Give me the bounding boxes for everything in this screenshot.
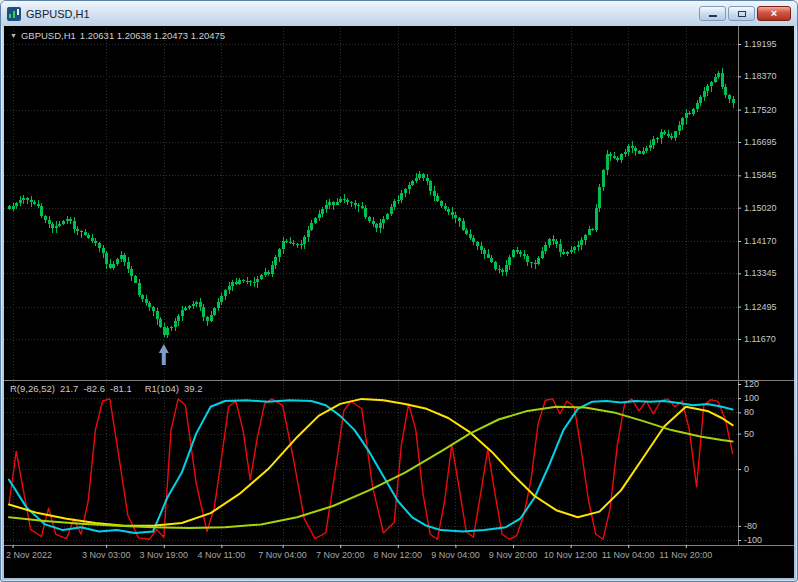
indicator-axis-label: 50	[744, 429, 754, 439]
candle-body	[400, 193, 403, 200]
candle-body	[285, 241, 288, 242]
candle-body	[462, 221, 465, 230]
candle-body	[69, 219, 72, 221]
candle-body	[433, 191, 436, 196]
candle-body	[634, 148, 637, 151]
candle-body	[62, 221, 65, 223]
candle-body	[544, 245, 547, 251]
candle-body	[202, 307, 205, 317]
candle-body	[415, 178, 418, 182]
candle-body	[411, 181, 414, 185]
candle-body	[566, 252, 569, 254]
candle-body	[274, 257, 277, 265]
close-button[interactable]: ×	[757, 6, 791, 21]
candle-body	[386, 214, 389, 219]
candle-body	[465, 230, 468, 234]
candle-body	[314, 218, 317, 223]
candle-body	[231, 282, 234, 286]
candle-body	[134, 276, 137, 283]
candle-body	[325, 205, 328, 210]
candle-body	[548, 239, 551, 245]
candle-body	[109, 264, 112, 269]
indicator2-value: 39.2	[184, 383, 203, 394]
symbol-dropdown-icon[interactable]: ▼	[10, 32, 17, 39]
candle-body	[145, 299, 148, 303]
candle-body	[282, 241, 285, 249]
indicator-name: R(9,26,52)	[10, 383, 55, 394]
candle-body	[537, 258, 540, 264]
price-axis-label: 1.12495	[744, 302, 777, 312]
arrow-annotation[interactable]	[159, 344, 169, 365]
candle-body	[357, 205, 360, 207]
candle-body	[516, 250, 519, 252]
candle-body	[444, 206, 447, 209]
candle-body	[501, 270, 504, 272]
indicator-axis-label: -80	[744, 521, 757, 531]
restore-button[interactable]	[728, 6, 755, 21]
symbol-ohlc-label: ▼ GBPUSD,H1 1.20631 1.20638 1.20473 1.20…	[10, 30, 225, 41]
candle-body	[660, 132, 663, 138]
candle-body	[102, 248, 105, 253]
candle-body	[505, 265, 508, 272]
candle-body	[76, 229, 79, 231]
candle-body	[127, 262, 130, 269]
candle-body	[246, 281, 249, 282]
restore-icon	[738, 11, 746, 17]
candle-body	[530, 262, 533, 263]
indicator-value-1: 21.7	[60, 383, 79, 394]
candle-body	[249, 281, 252, 282]
candle-body	[253, 282, 256, 283]
candle-body	[667, 134, 670, 136]
candle-body	[559, 244, 562, 252]
candle-body	[73, 221, 76, 229]
candle-body	[498, 269, 501, 271]
candle-body	[422, 174, 425, 178]
candle-body	[220, 296, 223, 302]
chart-canvas[interactable]: 1.191951.183701.175201.166951.158451.150…	[4, 26, 794, 578]
candle-body	[260, 275, 263, 279]
candle-body	[429, 181, 432, 190]
candle-body	[256, 279, 259, 283]
chart-client-area: 1.191951.183701.175201.166951.158451.150…	[4, 26, 794, 578]
candle-body	[296, 244, 299, 245]
candle-body	[368, 217, 371, 221]
candle-body	[699, 97, 702, 103]
indicator-axis-label: 80	[744, 407, 754, 417]
candle-body	[602, 170, 605, 187]
window-titlebar[interactable]: GBPUSD,H1 ×	[1, 1, 797, 26]
candle-body	[303, 237, 306, 244]
candle-body	[264, 272, 267, 276]
candle-body	[526, 256, 529, 262]
candle-body	[523, 254, 526, 256]
time-axis-label: 11 Nov 04:00	[602, 550, 655, 560]
candle-body	[174, 321, 177, 327]
candle-body	[289, 242, 292, 243]
candle-body	[300, 244, 303, 245]
candle-body	[199, 302, 202, 306]
time-axis-label: 10 Nov 12:00	[544, 550, 598, 560]
candle-body	[343, 199, 346, 201]
price-axis-label: 1.13345	[744, 268, 777, 278]
candle-body	[645, 148, 648, 151]
minimize-button[interactable]	[699, 6, 726, 21]
candle-body	[732, 99, 735, 103]
candle-body	[12, 206, 15, 209]
candle-body	[649, 145, 652, 148]
minimize-icon	[709, 15, 717, 17]
candle-body	[307, 230, 310, 237]
candle-body	[710, 82, 713, 87]
candle-body	[458, 218, 461, 221]
candle-body	[656, 138, 659, 139]
candle-body	[177, 316, 180, 322]
time-axis-label: 7 Nov 04:00	[258, 550, 307, 560]
candle-body	[112, 264, 115, 269]
candle-body	[393, 201, 396, 208]
time-axis-label: 11 Nov 20:00	[659, 550, 712, 560]
candle-body	[609, 154, 612, 156]
candle-body	[321, 209, 324, 214]
candle-body	[577, 245, 580, 247]
candle-body	[116, 259, 119, 264]
price-axis-label: 1.19195	[744, 39, 777, 49]
candle-body	[591, 229, 594, 230]
candle-body	[213, 308, 216, 314]
